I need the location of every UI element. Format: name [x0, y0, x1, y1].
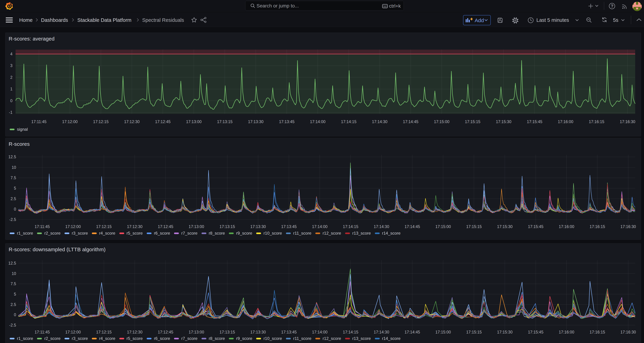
svg-text:0: 0 [14, 312, 16, 317]
svg-text:17:15:45: 17:15:45 [528, 330, 544, 334]
svg-text:17:16:30: 17:16:30 [620, 224, 636, 229]
svg-text:17:15:00: 17:15:00 [434, 120, 450, 124]
svg-text:17:16:30: 17:16:30 [620, 330, 636, 334]
svg-text:3: 3 [10, 63, 12, 68]
svg-text:17:15:00: 17:15:00 [436, 330, 451, 334]
svg-text:17:12:15: 17:12:15 [96, 224, 112, 229]
svg-text:17:15:15: 17:15:15 [465, 120, 480, 124]
svg-text:10: 10 [12, 165, 16, 170]
svg-text:17:16:15: 17:16:15 [590, 330, 605, 334]
svg-text:1: 1 [10, 87, 12, 91]
svg-text:17:14:00: 17:14:00 [312, 330, 328, 334]
svg-text:17:14:45: 17:14:45 [404, 330, 420, 334]
svg-text:12.5: 12.5 [8, 155, 16, 159]
svg-text:17:12:45: 17:12:45 [158, 330, 173, 334]
svg-text:17:12:00: 17:12:00 [65, 330, 81, 334]
svg-text:17:13:30: 17:13:30 [250, 224, 266, 229]
svg-text:7.5: 7.5 [10, 281, 16, 286]
svg-text:0: 0 [10, 99, 12, 103]
svg-text:17:12:30: 17:12:30 [127, 224, 142, 229]
svg-text:17:14:45: 17:14:45 [404, 224, 420, 229]
svg-text:17:15:00: 17:15:00 [436, 224, 451, 229]
svg-text:17:13:45: 17:13:45 [281, 224, 297, 229]
svg-text:17:12:45: 17:12:45 [158, 224, 173, 229]
svg-text:17:13:00: 17:13:00 [186, 120, 202, 124]
svg-text:17:12:45: 17:12:45 [155, 120, 171, 124]
svg-text:7.5: 7.5 [10, 176, 16, 180]
svg-text:17:14:30: 17:14:30 [374, 224, 389, 229]
svg-text:5: 5 [14, 292, 16, 296]
svg-text:-1: -1 [9, 110, 12, 115]
svg-text:17:13:00: 17:13:00 [189, 224, 204, 229]
svg-text:17:13:00: 17:13:00 [189, 330, 204, 334]
svg-text:17:12:30: 17:12:30 [127, 330, 142, 334]
svg-text:-2.5: -2.5 [9, 217, 16, 222]
svg-text:17:14:00: 17:14:00 [310, 120, 326, 124]
svg-text:4: 4 [10, 52, 12, 56]
svg-text:17:15:15: 17:15:15 [466, 330, 482, 334]
svg-text:17:12:15: 17:12:15 [93, 120, 109, 124]
svg-text:2.5: 2.5 [10, 302, 16, 307]
svg-text:17:14:45: 17:14:45 [403, 120, 418, 124]
svg-text:17:13:45: 17:13:45 [281, 330, 297, 334]
svg-text:17:15:45: 17:15:45 [528, 224, 544, 229]
svg-text:10: 10 [12, 271, 16, 276]
svg-text:17:14:15: 17:14:15 [341, 120, 356, 124]
svg-text:17:12:00: 17:12:00 [62, 120, 78, 124]
svg-text:-2.5: -2.5 [9, 323, 16, 327]
svg-text:17:16:00: 17:16:00 [559, 330, 574, 334]
svg-text:17:13:30: 17:13:30 [250, 330, 266, 334]
svg-text:17:14:30: 17:14:30 [374, 330, 389, 334]
svg-text:17:16:00: 17:16:00 [558, 120, 574, 124]
svg-text:17:15:15: 17:15:15 [466, 224, 482, 229]
svg-text:17:13:30: 17:13:30 [248, 120, 264, 124]
svg-text:17:15:30: 17:15:30 [497, 224, 513, 229]
svg-text:17:15:30: 17:15:30 [497, 330, 513, 334]
svg-text:17:16:00: 17:16:00 [559, 224, 574, 229]
svg-text:17:16:15: 17:16:15 [590, 224, 605, 229]
svg-text:0: 0 [14, 207, 16, 211]
svg-text:17:12:30: 17:12:30 [124, 120, 140, 124]
svg-text:17:11:45: 17:11:45 [31, 120, 46, 124]
svg-text:17:13:45: 17:13:45 [279, 120, 294, 124]
svg-text:17:16:30: 17:16:30 [620, 120, 635, 124]
svg-text:17:13:15: 17:13:15 [220, 224, 235, 229]
svg-text:17:14:15: 17:14:15 [343, 330, 358, 334]
svg-text:2.5: 2.5 [10, 197, 16, 201]
svg-text:17:13:15: 17:13:15 [217, 120, 233, 124]
svg-text:17:14:30: 17:14:30 [372, 120, 388, 124]
svg-text:17:14:15: 17:14:15 [343, 224, 358, 229]
svg-text:17:12:00: 17:12:00 [65, 224, 81, 229]
svg-text:17:14:00: 17:14:00 [312, 224, 328, 229]
svg-text:17:15:30: 17:15:30 [496, 120, 512, 124]
svg-text:17:11:45: 17:11:45 [34, 224, 50, 229]
svg-text:12.5: 12.5 [8, 261, 16, 265]
svg-text:2: 2 [10, 75, 12, 80]
svg-text:17:13:15: 17:13:15 [220, 330, 235, 334]
svg-text:5: 5 [14, 186, 16, 190]
svg-text:17:16:15: 17:16:15 [589, 120, 604, 124]
svg-text:17:11:45: 17:11:45 [34, 330, 50, 334]
svg-text:17:12:15: 17:12:15 [96, 330, 112, 334]
svg-text:17:15:45: 17:15:45 [527, 120, 542, 124]
